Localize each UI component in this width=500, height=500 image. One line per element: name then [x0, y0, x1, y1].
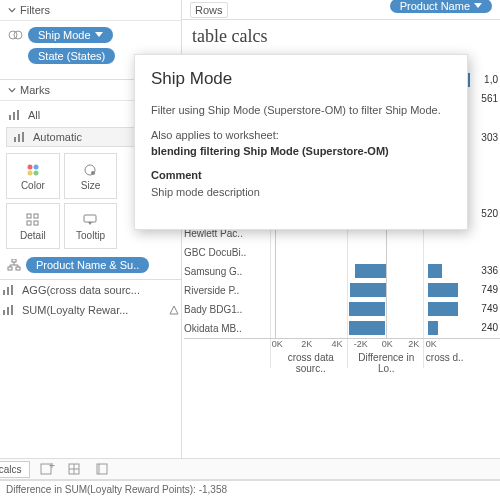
new-story-button[interactable] — [94, 460, 114, 478]
row-label: Okidata MB.. — [184, 323, 270, 334]
product-name-pill[interactable]: Product Name & Su.. — [26, 257, 149, 273]
marks-auto-label: Automatic — [33, 131, 82, 143]
svg-rect-23 — [7, 287, 9, 295]
tooltip-comment: Ship mode description — [151, 185, 451, 200]
bars-icon — [2, 304, 16, 316]
dropdown-icon — [95, 32, 103, 38]
dropdown-icon — [474, 3, 482, 9]
svg-point-11 — [33, 170, 38, 175]
marks-all-label: All — [28, 109, 40, 121]
svg-rect-21 — [16, 267, 20, 270]
svg-rect-2 — [9, 115, 11, 120]
hierarchy-icon — [6, 257, 22, 273]
rows-pill-product-name[interactable]: Product Name — [390, 0, 492, 13]
filter-tooltip: Ship Mode Filter using Ship Mode (Supers… — [134, 54, 468, 230]
svg-point-1 — [14, 31, 22, 39]
status-bar: Difference in SUM(Loyalty Reward Points)… — [0, 480, 500, 500]
axis-title: cross d.. — [426, 352, 464, 363]
marks-size[interactable]: Size — [64, 153, 118, 199]
field-agg-cross[interactable]: AGG(cross data sourc... — [0, 280, 181, 300]
svg-rect-22 — [3, 290, 5, 295]
svg-rect-26 — [7, 307, 9, 315]
tooltip-icon — [82, 212, 98, 228]
marks-color[interactable]: Color — [6, 153, 60, 199]
sheet-tab[interactable]: able calcs — [0, 461, 30, 478]
svg-rect-20 — [8, 267, 12, 270]
svg-rect-19 — [12, 259, 16, 262]
size-icon — [82, 162, 98, 178]
new-worksheet-button[interactable] — [38, 460, 58, 478]
svg-rect-18 — [84, 215, 96, 222]
delta-icon — [169, 305, 179, 315]
detail-icon — [25, 212, 41, 228]
svg-point-9 — [33, 164, 38, 169]
svg-rect-4 — [17, 110, 19, 120]
svg-point-10 — [27, 170, 32, 175]
svg-rect-25 — [3, 310, 5, 315]
marks-title: Marks — [20, 84, 50, 96]
filter-pill-state[interactable]: State (States) — [28, 48, 115, 64]
pill-label: State (States) — [38, 50, 105, 62]
rows-label: Rows — [190, 2, 228, 18]
svg-rect-14 — [27, 214, 31, 218]
svg-rect-5 — [14, 137, 16, 142]
bars-icon — [13, 131, 27, 143]
svg-rect-27 — [11, 305, 13, 315]
set-icon — [8, 28, 24, 42]
svg-rect-15 — [34, 214, 38, 218]
row-label: GBC DocuBi.. — [184, 247, 270, 258]
svg-rect-17 — [34, 221, 38, 225]
bars-icon — [2, 284, 16, 296]
new-dashboard-button[interactable] — [66, 460, 86, 478]
sheet-tabs-bar: able calcs — [0, 458, 500, 480]
tooltip-comment-label: Comment — [151, 169, 451, 181]
marks-tooltip[interactable]: Tooltip — [64, 203, 118, 249]
svg-rect-24 — [11, 285, 13, 295]
row-label: Hewlett Pac.. — [184, 228, 270, 239]
axis-title: Difference in Lo.. — [349, 352, 423, 374]
tooltip-heading: Ship Mode — [151, 69, 451, 89]
filters-title: Filters — [20, 4, 50, 16]
svg-point-8 — [27, 164, 32, 169]
pill-label: Product Name & Su.. — [36, 259, 139, 271]
tooltip-desc: Filter using Ship Mode (Superstore-OM) t… — [151, 103, 451, 118]
rows-shelf[interactable]: Rows Product Name — [182, 0, 500, 20]
axis-title: cross data sourc.. — [275, 352, 347, 374]
row-label: Riverside P.. — [184, 285, 270, 296]
marks-detail[interactable]: Detail — [6, 203, 60, 249]
row-label: Samsung G.. — [184, 266, 270, 277]
svg-rect-3 — [13, 112, 15, 120]
filters-header[interactable]: Filters — [0, 0, 181, 21]
svg-rect-7 — [22, 132, 24, 142]
svg-rect-6 — [18, 134, 20, 142]
worksheet-title[interactable]: table calcs — [182, 20, 500, 53]
chevron-down-icon — [8, 6, 16, 14]
pill-label: Ship Mode — [38, 29, 91, 41]
svg-rect-16 — [27, 221, 31, 225]
color-icon — [25, 162, 41, 178]
filter-pill-ship-mode[interactable]: Ship Mode — [28, 27, 113, 43]
chevron-down-icon — [8, 86, 16, 94]
field-sum-loyalty[interactable]: SUM(Loyalty Rewar... — [0, 300, 181, 320]
bars-icon — [8, 109, 22, 121]
svg-point-13 — [91, 171, 95, 175]
row-label: Bady BDG1.. — [184, 304, 270, 315]
